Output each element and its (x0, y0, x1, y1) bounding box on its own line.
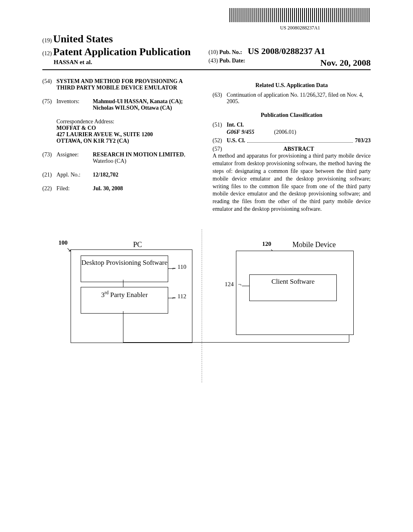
doc-type: Patent Application Publication (53, 46, 191, 58)
classification-head: Publication Classification (213, 112, 371, 118)
appl-no: 12/182,702 (93, 172, 200, 178)
code-54: (54) (42, 78, 56, 91)
correspondence-addr1: 427 LAURIER AVEUE W., SUITE 1200 (56, 131, 153, 137)
abstract-text: A method and apparatus for provisioning … (213, 152, 371, 213)
pub-no: US 2008/0288237 A1 (248, 46, 325, 56)
assignee-value: RESEARCH IN MOTION LIMITED, Waterloo (CA… (93, 152, 200, 164)
third-party-enabler-box: 3rd Party Enabler (81, 287, 168, 314)
code-73: (73) (42, 152, 56, 164)
code-43: (43) (209, 58, 218, 64)
ref-112: 112 (177, 293, 186, 300)
ref-124-tick: ¬ (238, 281, 241, 288)
client-software-box: Client Software (249, 274, 337, 301)
pub-date: Nov. 20, 2008 (320, 58, 371, 68)
left-column: (54) SYSTEM AND METHOD FOR PROVISIONING … (42, 78, 200, 213)
intcl-date: (2006.01) (274, 129, 296, 135)
pub-date-label: Pub. Date: (219, 58, 245, 64)
ref-124: 124 (225, 281, 234, 288)
code-57: (57) (213, 146, 227, 152)
figure: 100 ↘ PC Desktop Provisioning Software ⌐… (42, 237, 371, 378)
abstract-head: ABSTRACT (283, 146, 314, 152)
uscl-label: U.S. Cl. (227, 137, 245, 144)
correspondence-addr2: OTTAWA, ON K1R 7Y2 (CA) (56, 138, 129, 144)
barcode-icon (229, 8, 371, 22)
country-name: United States (53, 33, 113, 45)
mobile-device-label: Mobile Device (292, 241, 336, 249)
correspondence-name: MOFFAT & CO (56, 125, 96, 131)
right-column: Related U.S. Application Data (63) Conti… (213, 78, 371, 213)
continuation-text: Continuation of application No. 11/266,3… (227, 92, 371, 105)
assignee-label: Assignee: (56, 152, 93, 164)
code-75: (75) (42, 98, 56, 111)
code-51: (51) (213, 122, 227, 128)
invention-title: SYSTEM AND METHOD FOR PROVISIONING A THI… (56, 78, 200, 91)
inventors-label: Inventors: (56, 98, 93, 111)
filed-date: Jul. 30, 2008 (93, 185, 200, 192)
ref-112-tick: ⌐ (172, 294, 175, 301)
authors: HASSAN et al. (54, 59, 92, 65)
intcl-code: G06F 9/455 (227, 129, 254, 135)
ref-110-tick: ⌐ (172, 265, 175, 272)
dashed-divider (202, 229, 202, 382)
ref-120: 120 (262, 241, 271, 247)
ref-110: 110 (177, 264, 186, 270)
intcl-label: Int. Cl. (227, 122, 244, 128)
uscl-value: 703/23 (355, 137, 371, 144)
code-19: (19) (42, 37, 52, 44)
pub-no-label: Pub. No.: (219, 49, 242, 55)
code-12: (12) (42, 50, 52, 56)
code-10: (10) (209, 49, 218, 55)
code-21: (21) (42, 172, 56, 178)
barcode-section: US 20080288237A1 (42, 8, 371, 31)
inventors-value: Mahmud-Ul HASSAN, Kanata (CA); Nicholas … (93, 98, 200, 111)
code-22: (22) (42, 185, 56, 192)
barcode-text: US 20080288237A1 (229, 25, 371, 31)
desktop-provisioning-box: Desktop Provisioning Software (81, 256, 168, 282)
header: (19) United States (12) Patent Applicati… (42, 33, 371, 70)
code-52: (52) (213, 137, 227, 144)
related-data-head: Related U.S. Application Data (213, 82, 371, 89)
code-63: (63) (213, 92, 227, 105)
pc-label: PC (133, 241, 142, 249)
filed-label: Filed: (56, 185, 93, 192)
correspondence-label: Correspondence Address: (56, 118, 200, 125)
dotted-leader (247, 137, 353, 143)
appl-no-label: Appl. No.: (56, 172, 93, 178)
ref-100: 100 (58, 239, 68, 246)
